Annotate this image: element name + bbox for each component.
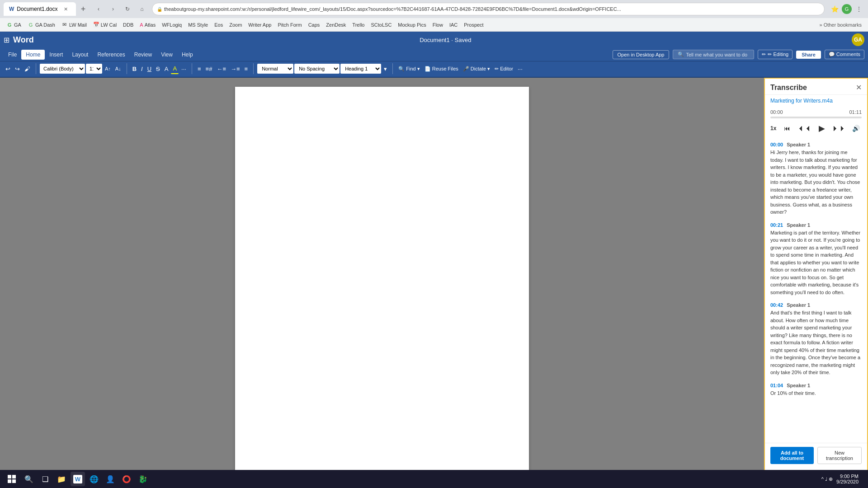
bookmark-sctolsc[interactable]: SCtoLSC — [368, 21, 394, 28]
new-transcription-button[interactable]: New transcription — [817, 447, 862, 464]
reuse-files-button[interactable]: 📄 Reuse Files — [423, 63, 460, 74]
search-taskbar-button[interactable]: 🔍 — [22, 472, 36, 486]
bookmark-zoom[interactable]: Zoom — [226, 21, 245, 28]
browser-menu-btn[interactable]: ⋮ — [854, 4, 864, 14]
decrease-indent-button[interactable]: ←≡ — [215, 63, 228, 74]
skip-back-button[interactable]: ⏴⏴ — [798, 122, 811, 135]
menu-view[interactable]: View — [156, 50, 177, 60]
skip-forward-button[interactable]: ⏵⏵ — [833, 122, 845, 135]
bookmark-iac[interactable]: IAC — [447, 21, 460, 28]
play-button[interactable]: ▶ — [816, 122, 827, 135]
home-button[interactable]: ⌂ — [136, 3, 148, 15]
menu-home[interactable]: Home — [21, 50, 45, 60]
redo-button[interactable]: ↪ — [13, 63, 22, 74]
more-options-button[interactable]: ··· — [516, 63, 524, 74]
audio-progress-bar[interactable] — [770, 117, 862, 118]
bookmark-lw-cal[interactable]: 📅 LW Cal — [90, 21, 119, 29]
menu-review[interactable]: Review — [130, 50, 156, 60]
bookmark-mockup-pics[interactable]: Mockup Pics — [395, 21, 429, 28]
bookmark-ga-dash[interactable]: G GA Dash — [25, 21, 58, 29]
apps-grid-icon[interactable]: ⊞ — [4, 36, 9, 44]
bold-button[interactable]: B — [131, 63, 138, 74]
editing-button[interactable]: ✏ ✏ Editing — [758, 50, 793, 59]
ms-edge-button[interactable]: 🌐 — [87, 472, 101, 486]
strikethrough-button[interactable]: S — [154, 63, 162, 74]
grow-font-button[interactable]: A↑ — [103, 63, 113, 74]
highlight-button[interactable]: A — [163, 63, 170, 74]
bookmark-writer-app[interactable]: Writer App — [245, 21, 274, 28]
menu-layout[interactable]: Layout — [67, 50, 93, 60]
find-button[interactable]: 🔍 Find ▾ — [396, 63, 422, 74]
extensions-btn[interactable]: ⭐ — [829, 4, 840, 14]
back-button[interactable]: ‹ — [92, 3, 105, 15]
transcript-time-3[interactable]: 00:42 — [770, 302, 783, 308]
bookmark-wflogiq[interactable]: WFLogiq — [159, 21, 184, 28]
italic-button[interactable]: I — [139, 63, 145, 74]
bookmark-zendesk[interactable]: ZenDesk — [323, 21, 349, 28]
volume-button[interactable]: 🔊 — [851, 122, 862, 135]
font-size-selector[interactable]: 11 — [86, 64, 102, 74]
bookmark-lw-mail[interactable]: ✉ LW Mail — [59, 21, 90, 29]
increase-indent-button[interactable]: →≡ — [229, 63, 242, 74]
comments-button[interactable]: 💬 Comments — [825, 50, 864, 59]
chrome-button[interactable]: ⭕ — [119, 472, 134, 486]
word-taskbar-button[interactable]: W — [71, 472, 85, 486]
bookmark-ddb[interactable]: DDB — [120, 21, 136, 28]
profile-btn[interactable]: G — [842, 4, 852, 14]
more-font-options[interactable]: ··· — [179, 63, 188, 74]
playback-speed-button[interactable]: 1x — [770, 125, 776, 131]
dictate-button[interactable]: 🎤 Dictate ▾ — [461, 63, 492, 74]
bookmark-prospect[interactable]: Prospect — [461, 21, 486, 28]
bookmark-flow[interactable]: Flow — [430, 21, 446, 28]
menu-references[interactable]: References — [93, 50, 129, 60]
add-all-to-document-button[interactable]: Add all to document — [770, 447, 814, 464]
bookmark-ga[interactable]: G GA — [4, 21, 24, 29]
new-tab-button[interactable]: + — [78, 4, 89, 14]
document-page[interactable] — [235, 87, 529, 471]
refresh-button[interactable]: ↻ — [121, 3, 134, 15]
document-area[interactable] — [0, 78, 764, 477]
start-button[interactable] — [4, 471, 20, 487]
rewind-button[interactable]: ⏮ — [782, 122, 793, 135]
transcribe-filename[interactable]: Marketing for Writers.m4a — [765, 95, 867, 107]
share-button[interactable]: Share — [796, 51, 821, 59]
format-painter-button[interactable]: 🖌 — [23, 63, 32, 74]
bookmark-trello[interactable]: Trello — [349, 21, 367, 28]
undo-button[interactable]: ↩ — [4, 63, 12, 74]
font-name-selector[interactable]: Calibri (Body) — [40, 64, 85, 74]
transcribe-close-button[interactable]: ✕ — [856, 83, 862, 92]
menu-insert[interactable]: Insert — [45, 50, 67, 60]
tab-close-btn[interactable]: ✕ — [64, 6, 68, 12]
font-color-button[interactable]: A — [171, 63, 179, 74]
paragraph-align-button[interactable]: ≡ — [243, 63, 250, 74]
menu-help[interactable]: Help — [177, 50, 198, 60]
file-explorer-button[interactable]: 📁 — [54, 472, 69, 486]
bullets-button[interactable]: ≡ — [196, 63, 203, 74]
other-bookmarks[interactable]: » Other bookmarks — [816, 21, 864, 28]
style-normal-selector[interactable]: Normal — [257, 64, 293, 74]
bookmark-pitch-form[interactable]: Pitch Form — [275, 21, 304, 28]
numbering-button[interactable]: ≡# — [204, 63, 214, 74]
shrink-font-button[interactable]: A↓ — [113, 63, 123, 74]
editor-button[interactable]: ✏ Editor — [493, 63, 515, 74]
tell-me-bar[interactable]: 🔍 Tell me what you want to do — [673, 50, 754, 59]
styles-expand-button[interactable]: ▾ — [382, 63, 389, 74]
browser-tab[interactable]: W Document1.docx ✕ — [4, 2, 76, 16]
bookmark-atlas[interactable]: A Atlas — [137, 21, 158, 28]
open-desktop-button[interactable]: Open in Desktop App — [613, 50, 670, 59]
bookmark-ms-style[interactable]: MS Style — [185, 21, 211, 28]
style-heading1-selector[interactable]: Heading 1 — [340, 64, 381, 74]
forward-button[interactable]: › — [107, 3, 119, 15]
menu-file[interactable]: File — [4, 50, 21, 60]
task-view-button[interactable]: ❑ — [38, 472, 52, 486]
address-bar[interactable]: 🔒 theaboutgroup-my.sharepoint.com/:w:/r/… — [152, 3, 825, 15]
user-avatar[interactable]: GA — [852, 33, 864, 46]
app-icon-taskbar[interactable]: 🐉 — [136, 472, 150, 486]
transcript-time-4[interactable]: 01:04 — [770, 383, 783, 388]
user-icon-taskbar[interactable]: 👤 — [103, 472, 118, 486]
bookmark-eos[interactable]: Eos — [212, 21, 226, 28]
transcript-time-1[interactable]: 00:00 — [770, 142, 783, 147]
bookmark-caps[interactable]: Caps — [306, 21, 323, 28]
style-no-spacing-selector[interactable]: No Spacing — [294, 64, 340, 74]
underline-button[interactable]: U — [146, 63, 153, 74]
